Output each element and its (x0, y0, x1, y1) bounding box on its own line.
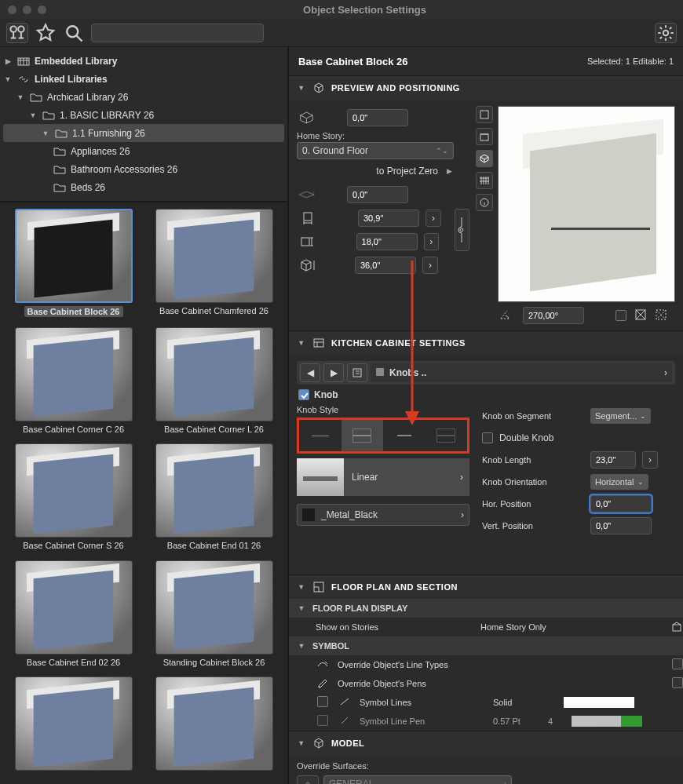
traffic-lights[interactable] (0, 5, 46, 14)
knob-style-selector[interactable] (297, 418, 469, 454)
override-pen-checkbox[interactable] (672, 677, 683, 688)
preview-elevation-icon[interactable] (476, 128, 493, 145)
svg-rect-19 (673, 625, 681, 631)
home-story-label: Home Story: (297, 131, 469, 140)
knob-length-chevron[interactable]: › (642, 451, 658, 469)
override-surfaces-label: Override Surfaces: (297, 761, 675, 771)
preview-2d-icon[interactable] (476, 106, 493, 123)
knob-checkbox-label: Knob (314, 389, 338, 400)
symbol-lines-row[interactable]: Symbol Lines Solid (289, 693, 683, 712)
preview-section-icon[interactable] (476, 172, 493, 189)
tree-item[interactable]: ▼1. BASIC LIBRARY 26 (3, 106, 284, 124)
object-header: Base Cabinet Block 26 Selected: 1 Editab… (289, 47, 683, 75)
knob-segment-label: Knob on Segment (482, 411, 584, 421)
tree-label: 1.1 Furnishing 26 (72, 128, 145, 139)
rotation-input[interactable] (523, 307, 584, 324)
tree-item[interactable]: ▼1.1 Furnishing 26 (3, 124, 284, 142)
knob-orient-combo[interactable]: Horizontal⌄ (590, 474, 648, 490)
subhead-floorplan-display[interactable]: ▼FLOOR PLAN DISPLAY (289, 599, 683, 618)
symbol-pen-row[interactable]: Symbol Line Pen 0.57 Pt 4 (289, 712, 683, 731)
preview-3d-viewport[interactable] (498, 106, 675, 302)
surface-lock-button[interactable] (297, 775, 319, 784)
pen-swatch[interactable] (572, 716, 642, 727)
pager-back-button[interactable]: ◀ (300, 363, 320, 382)
object-thumbnail[interactable]: Base Cabinet Block 26 (6, 209, 141, 321)
knob-preview-image (297, 458, 344, 496)
favorites-button[interactable] (35, 23, 57, 43)
tree-item[interactable]: ▼Archicad Library 26 (3, 88, 284, 106)
anchor-z-icon (297, 108, 319, 127)
tree-item[interactable]: Bathroom Accessories 26 (3, 160, 284, 178)
dim-z-chevron[interactable]: › (422, 257, 438, 274)
tree-embedded-library[interactable]: ▶ Embedded Library (3, 52, 284, 70)
surface-combo[interactable]: GENERAL› (323, 775, 512, 784)
override-line-row[interactable]: Override Object's Line Types (289, 655, 683, 674)
dim-z-input[interactable] (355, 257, 416, 274)
object-thumbnail[interactable] (6, 676, 141, 778)
link-dims-button[interactable] (455, 209, 469, 251)
to-project-zero-link[interactable]: to Project Zero (376, 166, 438, 177)
override-line-checkbox[interactable] (672, 658, 683, 669)
dim-y-input[interactable] (356, 233, 418, 250)
tree-label: Archicad Library 26 (47, 92, 128, 103)
window-titlebar: Object Selection Settings (0, 0, 683, 19)
preview-info-icon[interactable] (476, 194, 493, 211)
vert-pos-input[interactable] (590, 517, 652, 534)
svg-rect-13 (314, 339, 323, 347)
object-thumbnail[interactable]: Standing Cabinet Block 26 (147, 560, 281, 671)
dim-y-icon (297, 232, 318, 251)
dim-x-chevron[interactable]: › (426, 210, 441, 227)
dim-x-input[interactable] (358, 210, 419, 227)
override-pen-row[interactable]: Override Object's Pens (289, 674, 683, 693)
settings-breadcrumb[interactable]: Knobs .. › (371, 363, 672, 382)
section-floorplan-header[interactable]: ▼ FLOOR PLAN AND SECTION (289, 575, 683, 599)
line-swatch[interactable] (564, 697, 634, 708)
window-title: Object Selection Settings (46, 4, 683, 16)
mirror-checkbox[interactable] (615, 310, 626, 321)
mirror-x-icon[interactable] (634, 308, 647, 323)
search-input[interactable] (91, 24, 264, 42)
search-button[interactable] (63, 23, 85, 43)
object-type-button[interactable] (6, 23, 28, 43)
object-thumbnail[interactable]: Base Cabinet Chamfered 26 (147, 209, 281, 321)
subhead-symbol[interactable]: ▼SYMBOL (289, 636, 683, 655)
object-thumbnail[interactable]: Base Cabinet End 01 26 (147, 443, 281, 554)
knob-length-input[interactable] (590, 451, 636, 469)
pager-list-button[interactable] (347, 363, 367, 382)
tree-label: 1. BASIC LIBRARY 26 (60, 110, 154, 121)
knob-segment-combo[interactable]: Segment...⌄ (590, 408, 651, 424)
mirror-y-icon[interactable] (655, 308, 667, 323)
dim-y-chevron[interactable]: › (424, 233, 439, 250)
checkbox-icon (316, 696, 330, 709)
object-thumbnail[interactable]: Base Cabinet Corner L 26 (147, 327, 281, 438)
knob-material-combo[interactable]: _Metal_Black › (297, 504, 469, 526)
pager-forward-button[interactable]: ▶ (323, 363, 344, 382)
object-thumbnail[interactable]: Base Cabinet End 02 26 (6, 560, 141, 671)
section-preview-header[interactable]: ▼ PREVIEW AND POSITIONING (289, 76, 683, 100)
settings-gear-button[interactable] (655, 23, 677, 43)
section-model-header[interactable]: ▼ MODEL (289, 731, 683, 755)
svg-rect-15 (376, 368, 384, 376)
material-value: _Metal_Black (321, 509, 378, 520)
tree-item[interactable]: Beds 26 (3, 178, 284, 196)
object-thumbnail[interactable]: Base Cabinet Corner C 26 (6, 327, 141, 438)
object-thumbnail[interactable] (147, 676, 281, 778)
knob-length-label: Knob Length (482, 455, 584, 465)
hor-pos-input[interactable] (590, 495, 652, 512)
anchor-z-input[interactable] (347, 109, 408, 126)
svg-rect-5 (304, 213, 312, 221)
offset-input[interactable] (347, 186, 408, 203)
section-kitchen-header[interactable]: ▼ KITCHEN CABINET SETTINGS (289, 331, 683, 355)
chevron-right-icon: › (460, 472, 469, 483)
knob-checkbox[interactable] (298, 389, 309, 400)
tree-linked-libraries[interactable]: ▼ Linked Libraries (3, 70, 284, 88)
tree-item[interactable]: Appliances 26 (3, 142, 284, 160)
double-knob-checkbox[interactable] (482, 432, 493, 443)
show-on-stories-row[interactable]: Show on Stories Home Story Only (289, 618, 683, 636)
knob-preview-button[interactable]: Linear › (297, 458, 469, 496)
home-story-combo[interactable]: 0. Ground Floor ⌃⌄ (297, 142, 454, 159)
svg-point-1 (18, 26, 24, 31)
preview-3d-icon[interactable] (476, 150, 493, 167)
show-on-stories-value: Home Story Only (480, 622, 546, 632)
object-thumbnail[interactable]: Base Cabinet Corner S 26 (6, 443, 141, 554)
